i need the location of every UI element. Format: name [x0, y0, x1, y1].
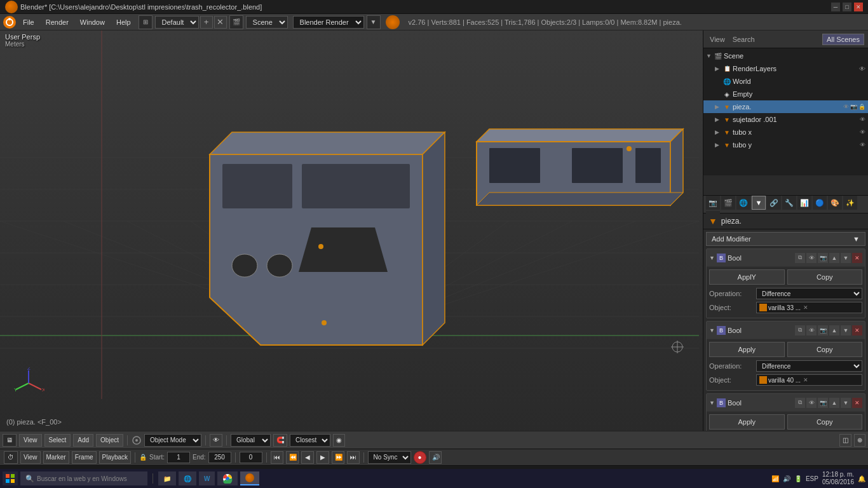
modifier-2-eye-icon[interactable]: 👁 [806, 325, 817, 336]
go-start-btn[interactable]: ⏮ [271, 451, 283, 464]
gizmo-btn[interactable]: ⊕ [854, 434, 865, 447]
sync-selector[interactable]: No Sync AV Sync [368, 451, 411, 464]
record-btn[interactable]: ● [414, 451, 426, 464]
render-engine-selector[interactable]: Blender Render [293, 16, 364, 29]
modifier-1-eye-icon[interactable]: 👁 [806, 253, 817, 263]
tree-item-tubox[interactable]: ▶ ▼ tubo x 👁 [703, 126, 868, 139]
menu-file[interactable]: File [18, 16, 39, 29]
current-frame-input[interactable] [240, 452, 262, 463]
modifier-2-copy-button[interactable]: Copy [787, 342, 863, 357]
modifier-1-operation-select[interactable]: Difference Union Intersect [756, 288, 862, 299]
tree-item-renderlayers[interactable]: ▶ 📋 RenderLayers 👁 [703, 62, 868, 75]
magnet-btn[interactable]: 🧲 [273, 434, 287, 447]
props-data-tab[interactable]: 📊 [797, 196, 811, 210]
props-material-tab[interactable]: 🔵 [813, 196, 827, 210]
modifier-1-delete-icon[interactable]: ✕ [852, 253, 862, 263]
select-menu-btn[interactable]: Select [44, 434, 71, 447]
tree-item-tuboy[interactable]: ▶ ▼ tubo y 👁 [703, 139, 868, 151]
props-constraints-tab[interactable]: 🔗 [767, 196, 781, 210]
workspace-add-button[interactable]: + [200, 16, 213, 29]
proportional-btn[interactable]: ◉ [333, 434, 345, 447]
object-menu-btn[interactable]: Object [96, 434, 123, 447]
outliner-search-btn[interactable]: Search [730, 34, 757, 44]
modifier-3-toggle[interactable]: ▼ [709, 400, 715, 406]
overlay-btn[interactable]: ◫ [839, 434, 851, 447]
outliner-scenes-btn[interactable]: All Scenes [822, 34, 864, 45]
modifier-3-apply-button[interactable]: Apply [709, 414, 785, 430]
taskbar-file-explorer[interactable]: 📁 [158, 471, 176, 485]
add-modifier-button[interactable]: Add Modifier ▼ [706, 232, 865, 246]
close-button[interactable]: ✕ [854, 3, 863, 11]
go-end-btn[interactable]: ⏭ [347, 451, 360, 464]
modifier-3-copy-icon[interactable]: ⧉ [795, 398, 805, 408]
modifier-3-eye-icon[interactable]: 👁 [806, 398, 817, 408]
modifier-1-obj-clear-icon[interactable]: ✕ [803, 304, 808, 311]
modifier-1-up-icon[interactable]: ▲ [829, 253, 839, 263]
tree-item-scene[interactable]: ▼ 🎬 Scene [703, 50, 868, 62]
taskbar-word[interactable]: W [199, 471, 215, 485]
modifier-2-toggle[interactable]: ▼ [709, 327, 715, 334]
snap-selector[interactable]: Closest Center Median [290, 434, 330, 447]
modifier-1-copy-button[interactable]: Copy [787, 269, 863, 285]
scene-selector[interactable]: Scene [246, 16, 288, 29]
tree-item-sujetador[interactable]: ▶ ▼ sujetador .001 👁 [703, 113, 868, 126]
end-frame-input[interactable] [208, 452, 231, 463]
menu-help[interactable]: Help [111, 16, 136, 29]
menu-render[interactable]: Render [41, 16, 74, 29]
props-modifiers-tab[interactable]: 🔧 [782, 196, 796, 210]
modifier-2-obj-clear-icon[interactable]: ✕ [803, 377, 808, 383]
step-forward-btn[interactable]: ⏩ [332, 451, 344, 464]
tree-item-pieza[interactable]: ▶ ▼ pieza. 👁 📷 🔒 [703, 100, 868, 113]
modifier-3-copy-button[interactable]: Copy [787, 414, 863, 430]
modifier-1-down-icon[interactable]: ▼ [841, 253, 851, 263]
pivot-selector[interactable]: Global Local Normal [231, 434, 271, 447]
props-render-tab[interactable]: 📷 [706, 196, 720, 210]
tree-item-world[interactable]: 🌐 World [703, 75, 868, 88]
timeline-view-btn[interactable]: View [20, 451, 41, 464]
taskbar-chrome2[interactable] [217, 471, 238, 485]
play-forward-btn[interactable]: ▶ [316, 451, 329, 464]
props-object-tab[interactable]: ▼ [752, 196, 766, 210]
taskbar-chrome[interactable]: 🌐 [179, 471, 196, 485]
modifier-2-object-value[interactable]: varilla 40 ... ✕ [756, 374, 862, 386]
props-particles-tab[interactable]: ✨ [843, 196, 857, 210]
windows-start-button[interactable] [3, 471, 18, 485]
maximize-button[interactable]: □ [843, 3, 851, 11]
modifier-1-toggle[interactable]: ▼ [709, 255, 715, 261]
props-scene-tab[interactable]: 🎬 [721, 196, 735, 210]
modifier-2-down-icon[interactable]: ▼ [841, 325, 851, 336]
add-menu-btn[interactable]: Add [73, 434, 93, 447]
taskbar-blender[interactable] [240, 471, 259, 485]
workspace-selector[interactable]: Default [155, 16, 199, 29]
modifier-2-copy-icon[interactable]: ⧉ [795, 325, 805, 336]
minimize-button[interactable]: ─ [831, 3, 840, 11]
modifier-1-copy-icon[interactable]: ⧉ [795, 253, 805, 263]
viewport-3d[interactable]: User Persp Meters X Y Z (0) p [0, 30, 703, 431]
modifier-2-delete-icon[interactable]: ✕ [852, 325, 862, 336]
start-frame-input[interactable] [167, 452, 190, 463]
timeline-marker-btn[interactable]: Marker [43, 451, 69, 464]
menu-window[interactable]: Window [75, 16, 110, 29]
timeline-frame-btn[interactable]: Frame [72, 451, 97, 464]
tree-item-empty[interactable]: ◈ Empty [703, 88, 868, 100]
search-box[interactable]: 🔍 Buscar en la web y en Windows [20, 471, 147, 485]
audio-btn[interactable]: 🔊 [429, 451, 442, 464]
modifier-1-apply-button[interactable]: ApplY [709, 269, 785, 285]
modifier-2-operation-select[interactable]: Difference Union Intersect [756, 360, 862, 372]
object-mode-selector[interactable]: Object Mode Edit Mode Sculpt Mode [144, 434, 201, 447]
props-world-tab[interactable]: 🌐 [736, 196, 750, 210]
step-back-btn[interactable]: ⏪ [286, 451, 299, 464]
props-texture-tab[interactable]: 🎨 [828, 196, 842, 210]
modifier-2-up-icon[interactable]: ▲ [829, 325, 839, 336]
view-menu-btn[interactable]: View [19, 434, 42, 447]
modifier-2-render-icon[interactable]: 📷 [818, 325, 828, 336]
modifier-3-delete-icon[interactable]: ✕ [852, 398, 862, 408]
modifier-3-up-icon[interactable]: ▲ [829, 398, 839, 408]
modifier-1-object-value[interactable]: varilla 33 ... ✕ [756, 302, 862, 313]
modifier-3-down-icon[interactable]: ▼ [841, 398, 851, 408]
global-view-btn[interactable]: 👁 [210, 434, 222, 447]
modifier-2-apply-button[interactable]: Apply [709, 342, 785, 357]
outliner-view-btn[interactable]: View [707, 34, 728, 44]
modifier-1-render-icon[interactable]: 📷 [818, 253, 828, 263]
modifier-3-render-icon[interactable]: 📷 [818, 398, 828, 408]
